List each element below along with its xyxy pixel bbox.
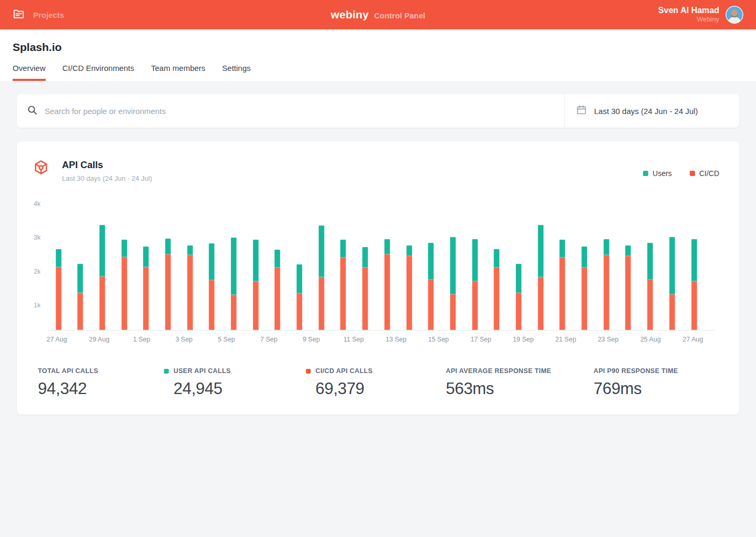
bar <box>494 249 499 330</box>
bar-segment-users <box>121 240 127 257</box>
bar <box>472 239 478 330</box>
bar <box>121 240 127 330</box>
bar-segment-users <box>362 247 368 267</box>
topbar: Projects webiny Control Panel Sven Al Ha… <box>0 0 756 29</box>
cicd-swatch <box>690 171 695 176</box>
user-name: Sven Al Hamad <box>658 6 719 15</box>
bar-segment-users <box>231 237 237 295</box>
chart-header: API Calls Last 30 days (24 Jun - 24 Jul)… <box>17 141 739 182</box>
x-axis-label: 9 Sep <box>290 336 332 343</box>
page-title: Splash.io <box>13 41 743 54</box>
bar <box>274 250 280 330</box>
bar-segment-users <box>99 225 105 276</box>
bar-segment-users <box>428 243 434 280</box>
bar-segment-cicd <box>494 267 499 330</box>
bar-segment-users <box>472 239 478 281</box>
bar-segment-users <box>340 240 346 257</box>
bar-segment-users <box>581 246 587 267</box>
bar-segment-users <box>625 245 631 256</box>
bar-segment-users <box>297 264 302 293</box>
legend-item-cicd[interactable]: CI/CD <box>690 164 719 182</box>
bar <box>187 245 193 330</box>
bar-segment-cicd <box>187 255 193 330</box>
bar <box>581 246 587 330</box>
x-axis-label: 13 Sep <box>375 336 417 343</box>
bar <box>669 237 675 330</box>
x-axis-label: 27 Aug <box>36 336 78 343</box>
bar <box>165 239 171 330</box>
y-axis-label: 2k <box>23 268 40 275</box>
tab-overview[interactable]: Overview <box>13 64 46 81</box>
bar-segment-cicd <box>319 277 324 330</box>
bar-segment-users <box>647 243 653 280</box>
user-menu[interactable]: Sven Al Hamad Webiny <box>658 6 743 24</box>
bar-segment-cicd <box>581 267 587 330</box>
bar-segment-cicd <box>647 280 653 330</box>
stat-cicd-api-calls: CI/CD API CALLS 69,379 <box>306 367 373 398</box>
bar <box>297 264 302 330</box>
chart-plot: 1k2k3k4k27 Aug29 Aug1 Sep3 Sep5 Sep7 Sep… <box>47 201 715 331</box>
api-cube-icon <box>34 160 48 182</box>
bar-segment-cicd <box>559 257 565 330</box>
x-axis-label: 19 Sep <box>502 336 544 343</box>
bar-segment-users <box>450 237 456 294</box>
bar-segment-users <box>253 240 259 281</box>
bar-segment-cicd <box>340 257 346 330</box>
bar-segment-users <box>384 239 390 254</box>
x-axis-label: 27 Aug <box>672 336 714 343</box>
x-axis-label: 15 Sep <box>417 336 459 343</box>
bar <box>319 225 324 330</box>
bar <box>516 264 522 330</box>
bar <box>538 225 544 330</box>
bar-segment-cicd <box>406 256 412 330</box>
bar-segment-cicd <box>516 293 522 330</box>
bar <box>143 246 149 330</box>
bar-segment-users <box>559 240 565 257</box>
projects-nav[interactable]: Projects <box>13 8 64 22</box>
cicd-dot <box>306 369 311 374</box>
bar-segment-cicd <box>472 281 478 330</box>
search-input[interactable] <box>45 107 564 116</box>
date-range-picker[interactable]: Last 30 days (24 Jun - 24 Jul) <box>564 94 739 128</box>
bar <box>56 249 62 330</box>
tab-cicd-environments[interactable]: CI/CD Environments <box>63 64 135 81</box>
bar <box>604 239 609 330</box>
bar <box>209 243 214 330</box>
bar-segment-users <box>56 249 62 267</box>
stat-api-avg-response: API AVERAGE RESPONSE TIME 563ms <box>446 367 551 398</box>
bar <box>340 240 346 330</box>
bar <box>450 237 456 330</box>
y-axis-label: 3k <box>23 234 40 241</box>
brand: webiny Control Panel <box>0 8 756 21</box>
bar-segment-cicd <box>669 294 675 330</box>
tab-team-members[interactable]: Team members <box>151 64 205 81</box>
bar <box>253 240 259 330</box>
legend-item-users[interactable]: Users <box>643 164 672 182</box>
search-icon <box>27 105 37 117</box>
x-axis-label: 23 Sep <box>587 336 629 343</box>
x-axis-label: 17 Sep <box>460 336 502 343</box>
y-axis-label: 4k <box>23 200 40 208</box>
bar-segment-users <box>538 225 544 277</box>
bar-segment-users <box>165 239 171 254</box>
stat-user-api-calls: USER API CALLS 24,945 <box>164 367 231 398</box>
bar <box>362 247 368 330</box>
user-org: Webiny <box>658 16 719 24</box>
bar-segment-cicd <box>428 280 434 330</box>
stat-total-api-calls: TOTAL API CALLS 94,342 <box>38 367 98 398</box>
bar-segment-users <box>604 239 609 255</box>
bar-segment-cicd <box>604 255 609 330</box>
bar <box>647 243 653 330</box>
bar-segment-users <box>494 249 499 267</box>
bar-segment-cicd <box>450 294 456 330</box>
tab-settings[interactable]: Settings <box>222 64 251 81</box>
x-axis-label: 7 Sep <box>248 336 290 343</box>
search-box <box>17 94 564 128</box>
bar <box>384 239 390 330</box>
avatar[interactable] <box>726 6 743 24</box>
bar-segment-users <box>274 250 280 267</box>
bar-segment-cicd <box>384 254 390 330</box>
page-header: Splash.io Overview CI/CD Environments Te… <box>0 29 756 81</box>
chart-subtitle: Last 30 days (24 Jun - 24 Jul) <box>62 174 152 182</box>
bar <box>231 237 237 330</box>
